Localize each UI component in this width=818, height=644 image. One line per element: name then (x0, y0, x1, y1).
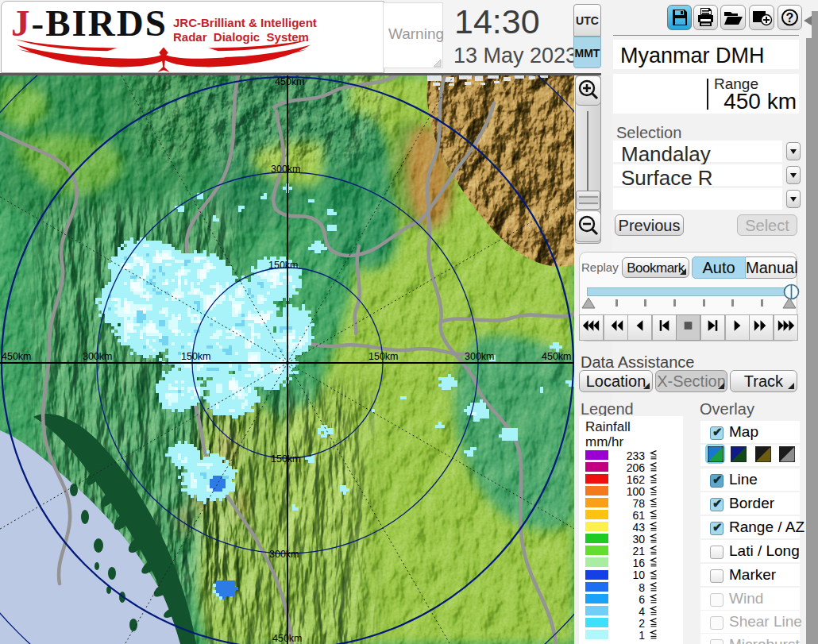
svg-text:300km: 300km (269, 549, 299, 560)
svg-text:450km: 450km (275, 76, 305, 87)
svg-text:300km: 300km (465, 351, 495, 362)
svg-text:?: ? (786, 11, 794, 25)
svg-text:150km: 150km (368, 351, 399, 362)
svg-text:150km: 150km (268, 260, 299, 271)
svg-text:450km: 450km (2, 351, 32, 362)
svg-text:150km: 150km (271, 453, 301, 465)
svg-text:450km: 450km (272, 633, 303, 644)
svg-text:450km: 450km (542, 351, 572, 362)
svg-text:150km: 150km (181, 351, 211, 362)
svg-text:300km: 300km (83, 351, 113, 362)
svg-text:300km: 300km (271, 164, 301, 175)
